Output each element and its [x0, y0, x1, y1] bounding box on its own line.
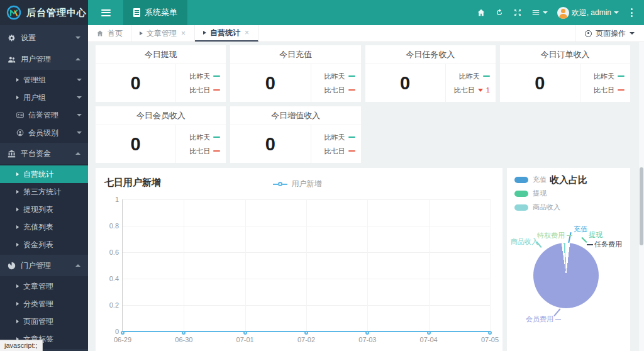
users-icon [8, 55, 16, 64]
user-menu-button[interactable]: 欢迎, admin [557, 7, 619, 19]
card-today-withdraw: 今日提现 0 比昨天 比七日 [96, 45, 226, 102]
page-actions-button[interactable]: 页面操作 [575, 25, 644, 42]
caret-right-icon [16, 243, 19, 247]
vs-week: 比七日 [315, 86, 355, 95]
chevron-down-icon [77, 114, 82, 116]
bank-icon [8, 150, 16, 158]
tab-bar: 首页 文章管理 × 自营统计 × 页面操作 [88, 25, 644, 42]
legend-swatch [514, 191, 528, 197]
vs-yesterday: 比昨天 [450, 72, 490, 81]
flat-trend-dash [213, 89, 220, 91]
data-point [243, 331, 247, 335]
flat-trend-dash [348, 75, 355, 77]
vs-yesterday: 比昨天 [180, 133, 220, 142]
flat-trend-dash [213, 75, 220, 77]
sidebar-item-self-stats[interactable]: 自营统计 [0, 165, 88, 183]
flat-trend-dash [348, 136, 355, 138]
fullscreen-icon[interactable] [513, 8, 522, 17]
sidebar-item-portal-management[interactable]: 门户管理 [0, 255, 88, 276]
legend-item-withdraw[interactable]: 提现 [514, 189, 560, 198]
caret-right-icon [16, 284, 19, 288]
caret-right-icon [16, 208, 19, 211]
status-link-tooltip: javascript:; [0, 340, 43, 351]
stat-value: 0 [96, 64, 175, 102]
pie-label-member-fee: 会员费用 [526, 315, 561, 324]
chevron-down-icon [77, 79, 82, 81]
tab-self-stats[interactable]: 自营统计 × [195, 25, 258, 42]
vs-week: 比七日1 [450, 86, 490, 95]
vs-yesterday: 比昨天 [584, 72, 625, 81]
vs-week: 比七日 [180, 86, 220, 95]
vs-week: 比七日 [180, 147, 220, 156]
header-actions: 欢迎, admin [477, 0, 644, 25]
stat-cards-row-1: 今日提现 0 比昨天 比七日 今日充值 0 比昨天 比七日 [96, 45, 630, 102]
sidebar-item-article-management[interactable]: 文章管理 [0, 277, 88, 295]
close-icon[interactable]: × [180, 29, 186, 38]
submenu-portal-management: 文章管理 分类管理 页面管理 文章标签 [0, 276, 88, 349]
refresh-icon[interactable] [495, 8, 504, 17]
card-today-vas-income: 今日增值收入 0 比昨天 比七日 [230, 106, 360, 163]
top-header: 后台管理中心 系统菜单 欢迎, admin [0, 0, 644, 25]
user-circle-icon [16, 129, 24, 136]
x-axis-tick: 06-30 [175, 336, 192, 343]
sidebar-item-category-management[interactable]: 分类管理 [0, 295, 88, 313]
caret-right-icon [16, 190, 19, 194]
flat-trend-dash [348, 150, 355, 152]
legend-swatch [514, 204, 528, 211]
chevron-up-icon [75, 58, 80, 60]
system-menu-button[interactable]: 系统菜单 [123, 0, 187, 25]
vs-yesterday: 比昨天 [180, 72, 220, 81]
legend-item-goods-income[interactable]: 商品收入 [514, 203, 560, 212]
data-point [182, 331, 186, 335]
brand-logo[interactable]: 后台管理中心 [0, 0, 88, 25]
sidebar-item-withdraw-list[interactable]: 提现列表 [0, 201, 88, 218]
sidebar-item-admin-group[interactable]: 管理组 [0, 71, 88, 89]
caret-right-icon [16, 78, 19, 82]
stat-cards-row-2: 今日会员收入 0 比昨天 比七日 今日增值收入 0 比昨天 比七日 [96, 106, 630, 163]
sidebar-item-page-management[interactable]: 页面管理 [0, 313, 88, 330]
pie-chart [533, 243, 599, 308]
sidebar-item-platform-funds[interactable]: 平台资金 [0, 143, 88, 164]
more-options-icon[interactable] [628, 7, 635, 18]
legend-item-recharge[interactable]: 充值 [514, 175, 560, 184]
y-axis-tick: 0.6 [100, 248, 119, 256]
sidebar-item-reputation[interactable]: 信誉管理 [0, 106, 88, 124]
y-axis-tick: 0.8 [100, 222, 119, 230]
chevron-up-icon [75, 152, 80, 155]
sidebar-item-member-level[interactable]: 会员级别 [0, 124, 88, 142]
data-point [304, 331, 308, 335]
sidebar-item-user-group[interactable]: 用户组 [0, 89, 88, 106]
page-scrollbar[interactable] [639, 42, 644, 351]
sidebar-item-user-management[interactable]: 用户管理 [0, 48, 88, 70]
flat-trend-dash [348, 89, 355, 91]
chevron-down-icon [77, 96, 82, 99]
stat-value: 0 [230, 64, 310, 102]
sidebar-item-settings[interactable]: 设置 [0, 27, 88, 48]
stat-value: 0 [96, 125, 175, 163]
sidebar-item-thirdparty-stats[interactable]: 第三方统计 [0, 183, 88, 201]
chevron-down-icon [630, 32, 635, 35]
dot-circle-icon [585, 30, 592, 37]
vs-yesterday: 比昨天 [315, 72, 355, 81]
data-point [488, 331, 492, 335]
scrollbar-thumb[interactable] [640, 167, 643, 245]
x-axis-tick: 07-04 [420, 336, 438, 343]
caret-right-icon [203, 31, 206, 35]
stat-value: 0 [230, 125, 310, 163]
caret-right-icon [16, 320, 19, 323]
tab-article-management[interactable]: 文章管理 × [131, 25, 195, 42]
x-axis-tick: 06-29 [114, 336, 131, 343]
pie-label-recharge: 充值 [574, 225, 587, 234]
home-icon[interactable] [477, 8, 486, 17]
flat-trend-dash [483, 75, 490, 77]
sidebar-item-funds-list[interactable]: 资金列表 [0, 236, 88, 254]
close-icon[interactable]: × [244, 28, 250, 37]
line-legend-marker-icon [273, 182, 287, 186]
sidebar-toggle-button[interactable] [88, 0, 123, 25]
nav-menu-button[interactable] [531, 8, 548, 17]
data-point [121, 331, 125, 335]
flat-trend-dash [213, 136, 220, 138]
line-chart-legend-item[interactable]: 用户新增 [273, 179, 322, 189]
tab-home[interactable]: 首页 [88, 25, 131, 42]
sidebar-item-recharge-list[interactable]: 充值列表 [0, 218, 88, 236]
